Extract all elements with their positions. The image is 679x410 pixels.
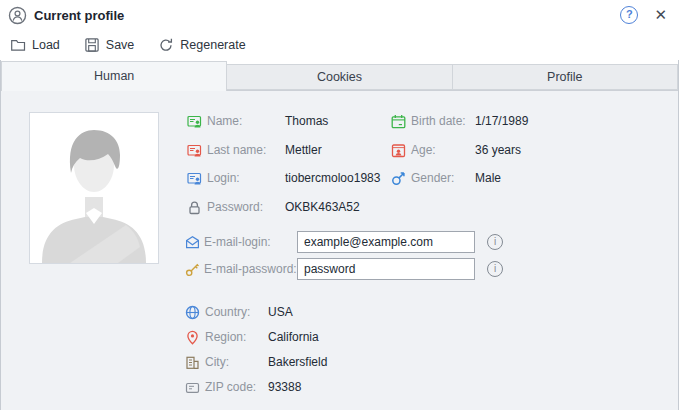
portrait-badge-icon bbox=[391, 143, 406, 158]
window-title: Current profile bbox=[34, 8, 620, 23]
field-birth-date: Birth date: 1/17/1989 bbox=[391, 113, 528, 129]
current-profile-dialog: Current profile ? ✕ Load Save Regenerate… bbox=[0, 0, 679, 410]
titlebar: Current profile ? ✕ bbox=[0, 0, 679, 30]
city-value: Bakersfield bbox=[268, 355, 327, 369]
email-login-input[interactable] bbox=[297, 231, 475, 253]
user-circle-icon bbox=[8, 6, 27, 25]
country-value: USA bbox=[268, 305, 293, 319]
globe-icon bbox=[185, 305, 200, 320]
field-zip-code: ZIP code: 93388 bbox=[185, 379, 301, 395]
info-icon[interactable]: i bbox=[487, 234, 503, 250]
age-label: Age: bbox=[411, 143, 475, 157]
load-button[interactable]: Load bbox=[10, 37, 60, 53]
country-label: Country: bbox=[205, 305, 268, 319]
avatar bbox=[29, 112, 159, 264]
zip-code-value: 93388 bbox=[268, 380, 301, 394]
zip-code-label: ZIP code: bbox=[205, 380, 268, 394]
gender-value: Male bbox=[475, 171, 501, 185]
info-icon[interactable]: i bbox=[487, 261, 503, 277]
password-value: OKBK463A52 bbox=[285, 200, 360, 214]
last-name-label: Last name: bbox=[207, 143, 285, 157]
id-card-blue-icon bbox=[187, 171, 202, 186]
save-disk-icon bbox=[84, 37, 100, 53]
tab-human[interactable]: Human bbox=[1, 61, 227, 91]
calendar-icon bbox=[391, 114, 406, 129]
field-email-login: E-mail-login: i bbox=[185, 231, 503, 253]
email-login-label: E-mail-login: bbox=[204, 235, 297, 249]
field-gender: Gender: Male bbox=[391, 170, 501, 186]
field-country: Country: USA bbox=[185, 304, 293, 320]
field-last-name: Last name: Mettler bbox=[187, 142, 322, 158]
save-button[interactable]: Save bbox=[84, 37, 135, 53]
name-value: Thomas bbox=[285, 114, 328, 128]
login-label: Login: bbox=[207, 171, 285, 185]
male-symbol-icon bbox=[391, 171, 406, 186]
id-card-red-icon bbox=[187, 143, 202, 158]
tab-profile[interactable]: Profile bbox=[452, 64, 678, 90]
age-value: 36 years bbox=[475, 143, 521, 157]
city-building-icon bbox=[185, 355, 200, 370]
field-region: Region: California bbox=[185, 329, 319, 345]
tab-cookies[interactable]: Cookies bbox=[226, 64, 452, 90]
birth-date-value: 1/17/1989 bbox=[475, 114, 528, 128]
close-icon[interactable]: ✕ bbox=[654, 7, 667, 23]
dialog-body: Human Cookies Profile Name: bbox=[0, 60, 679, 410]
toolbar: Load Save Regenerate bbox=[0, 30, 679, 60]
envelope-icon bbox=[185, 235, 200, 250]
last-name-value: Mettler bbox=[285, 143, 322, 157]
field-name: Name: Thomas bbox=[187, 113, 328, 129]
id-card-green-icon bbox=[187, 114, 202, 129]
name-label: Name: bbox=[207, 114, 285, 128]
password-label: Password: bbox=[207, 200, 285, 214]
folder-icon bbox=[10, 37, 26, 53]
lock-icon bbox=[187, 200, 202, 215]
male-avatar-silhouette bbox=[30, 113, 158, 263]
refresh-icon bbox=[158, 37, 174, 53]
zip-card-icon bbox=[185, 380, 200, 395]
field-password: Password: OKBK463A52 bbox=[187, 199, 360, 215]
gender-label: Gender: bbox=[411, 171, 475, 185]
city-label: City: bbox=[205, 355, 268, 369]
email-password-input[interactable] bbox=[297, 258, 475, 280]
field-age: Age: 36 years bbox=[391, 142, 521, 158]
regenerate-button[interactable]: Regenerate bbox=[158, 37, 245, 53]
region-value: California bbox=[268, 330, 319, 344]
human-tab-pane: Name: Thomas Last name: Mettler Login: t… bbox=[1, 91, 678, 410]
region-label: Region: bbox=[205, 330, 268, 344]
help-icon[interactable]: ? bbox=[620, 6, 638, 24]
tabstrip: Human Cookies Profile bbox=[1, 60, 678, 91]
field-city: City: Bakersfield bbox=[185, 354, 327, 370]
field-email-password: E-mail-password: i bbox=[185, 258, 503, 280]
key-icon bbox=[185, 262, 200, 277]
login-value: tiobercmoloo1983 bbox=[285, 171, 380, 185]
birth-date-label: Birth date: bbox=[411, 114, 475, 128]
map-pin-icon bbox=[185, 330, 200, 345]
email-password-label: E-mail-password: bbox=[204, 262, 297, 276]
field-login: Login: tiobercmoloo1983 bbox=[187, 170, 380, 186]
